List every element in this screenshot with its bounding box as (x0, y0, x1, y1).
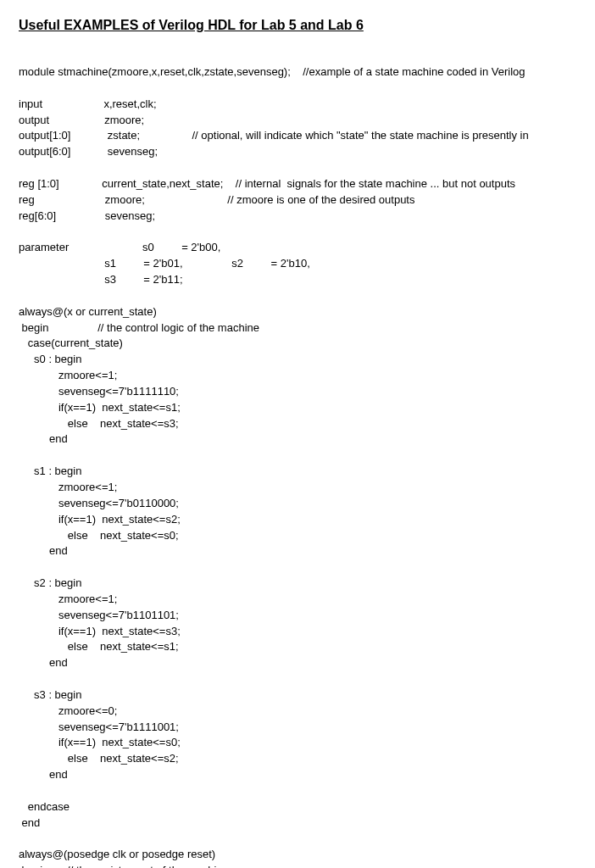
code-line: else next_state<=s2; (19, 752, 179, 765)
code-line: s3 : begin (19, 688, 81, 701)
code-line: end (19, 656, 68, 669)
code-line: if(x==1) next_state<=s3; (19, 625, 181, 637)
code-line: else next_state<=s0; (19, 529, 179, 542)
code-line: zmoore<=1; (19, 369, 117, 381)
code-line: else next_state<=s1; (19, 640, 179, 653)
page-title: Useful EXAMPLES of Verilog HDL for Lab 5… (19, 15, 576, 35)
code-line: else next_state<=s3; (19, 417, 179, 430)
code-line: begin // the register part of the machin… (19, 864, 229, 868)
code-line: if(x==1) next_state<=s1; (19, 401, 181, 414)
code-line: module stmachine(zmoore,x,reset,clk,zsta… (19, 65, 525, 78)
code-line: output[6:0] sevenseg; (19, 145, 158, 158)
code-line: sevenseg<=7'b1111001; (19, 721, 179, 733)
code-line: if(x==1) next_state<=s0; (19, 736, 181, 748)
code-line: input x,reset,clk; (19, 97, 157, 110)
code-line: end (19, 768, 68, 781)
code-line: end (19, 544, 68, 557)
code-line: zmoore<=0; (19, 704, 117, 717)
code-line: reg [1:0] current_state,next_state; // i… (19, 177, 515, 190)
code-line: reg zmoore; // zmoore is one of the desi… (19, 193, 414, 206)
code-line: if(x==1) next_state<=s2; (19, 513, 181, 526)
code-line: s2 : begin (19, 576, 81, 589)
code-line: always@(posedge clk or posedge reset) (19, 848, 215, 860)
code-line: sevenseg<=7'b1111110; (19, 385, 179, 398)
code-line: s0 : begin (19, 353, 81, 365)
code-line: output zmoore; (19, 114, 144, 126)
code-line: begin // the control logic of the machin… (19, 321, 259, 334)
code-line: s1 = 2'b01, s2 = 2'b10, (19, 257, 310, 270)
verilog-code-block: module stmachine(zmoore,x,reset,clk,zsta… (19, 48, 576, 868)
code-line: sevenseg<=7'b1101101; (19, 609, 179, 621)
code-line: reg[6:0] sevenseg; (19, 209, 155, 222)
code-line: always@(x or current_state) (19, 305, 157, 318)
code-line: parameter s0 = 2'b00, (19, 241, 220, 253)
code-line: s1 : begin (19, 465, 81, 477)
code-line: case(current_state) (19, 337, 123, 349)
code-line: zmoore<=1; (19, 593, 117, 605)
code-line: end (19, 816, 40, 829)
code-line: zmoore<=1; (19, 481, 117, 493)
code-line: endcase (19, 800, 70, 813)
code-line: s3 = 2'b11; (19, 273, 183, 286)
code-line: output[1:0] zstate; // optional, will in… (19, 129, 529, 142)
code-line: end (19, 432, 68, 445)
code-line: sevenseg<=7'b0110000; (19, 497, 179, 509)
